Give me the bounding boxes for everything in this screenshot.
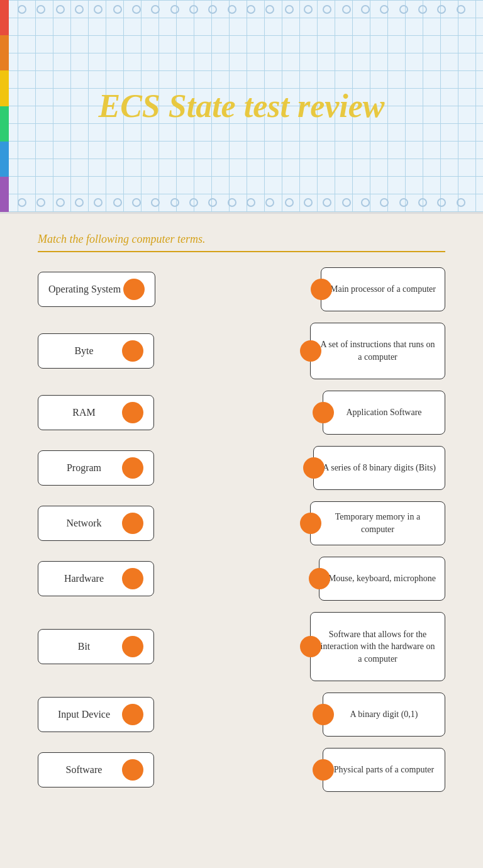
- def-label: Temporary memory in a computer: [319, 511, 436, 535]
- def-box-hardware[interactable]: Physical parts of a computer: [323, 748, 445, 792]
- term-operating-system[interactable]: Operating System: [38, 272, 155, 307]
- match-row: Network Temporary memory in a computer: [38, 501, 445, 545]
- header-circles-bottom: [13, 198, 470, 207]
- instruction-text: Match the following computer terms.: [38, 233, 445, 246]
- def-byte[interactable]: A series of 8 binary digits (Bits): [313, 446, 445, 490]
- orange-dot-right[interactable]: [122, 340, 143, 362]
- match-row: Input Device A binary digit (0,1): [38, 693, 445, 737]
- term-box-bit[interactable]: Bit: [38, 629, 154, 664]
- def-box-ram[interactable]: Temporary memory in a computer: [310, 501, 445, 545]
- term-software[interactable]: Software: [38, 752, 154, 787]
- orange-dot-right[interactable]: [122, 704, 143, 725]
- def-label: A series of 8 binary digits (Bits): [323, 462, 436, 474]
- term-bit[interactable]: Bit: [38, 629, 154, 664]
- orange-dot-right[interactable]: [122, 636, 143, 657]
- def-label: Physical parts of a computer: [332, 764, 436, 776]
- def-box-byte[interactable]: A series of 8 binary digits (Bits): [313, 446, 445, 490]
- term-label: Bit: [48, 641, 119, 652]
- orange-dot-left[interactable]: [313, 704, 334, 725]
- term-program[interactable]: Program: [38, 450, 154, 486]
- def-ram[interactable]: Temporary memory in a computer: [310, 501, 445, 545]
- match-row: Software Physical parts of a computer: [38, 748, 445, 792]
- term-box-software[interactable]: Software: [38, 752, 154, 787]
- term-ram[interactable]: RAM: [38, 395, 154, 430]
- strip-orange: [0, 35, 9, 70]
- def-label: Application Software: [332, 406, 436, 419]
- orange-dot-left[interactable]: [303, 457, 325, 479]
- def-cpu[interactable]: Main processor of a computer: [321, 267, 445, 311]
- term-box-ram[interactable]: RAM: [38, 395, 154, 430]
- strip-purple: [0, 177, 9, 212]
- def-input[interactable]: Mouse, keyboard, microphone: [319, 557, 445, 601]
- strip-green: [0, 106, 9, 142]
- term-box-hardware[interactable]: Hardware: [38, 561, 154, 596]
- term-label: Program: [48, 462, 119, 474]
- def-box-app-software[interactable]: Application Software: [323, 391, 445, 435]
- match-row: Operating System Main processor of a com…: [38, 267, 445, 311]
- def-app-software[interactable]: Application Software: [323, 391, 445, 435]
- def-label: Main processor of a computer: [330, 283, 436, 296]
- term-label: Software: [48, 764, 119, 776]
- orange-dot-right[interactable]: [122, 402, 143, 423]
- header: ECS State test review: [0, 0, 483, 214]
- color-strips: [0, 0, 9, 212]
- term-box-byte[interactable]: Byte: [38, 333, 154, 369]
- divider: [38, 251, 445, 252]
- orange-dot-right[interactable]: [123, 279, 145, 300]
- orange-dot-left[interactable]: [313, 759, 334, 781]
- match-row: RAM Application Software: [38, 391, 445, 435]
- orange-dot-right[interactable]: [122, 457, 143, 479]
- strip-blue: [0, 142, 9, 177]
- match-row: Bit Software that allows for the interac…: [38, 612, 445, 681]
- main-content: Match the following computer terms. Oper…: [0, 214, 483, 868]
- orange-dot-left[interactable]: [300, 636, 321, 657]
- orange-dot-right[interactable]: [122, 513, 143, 534]
- def-program[interactable]: A set of instructions that runs on a com…: [310, 323, 445, 379]
- term-byte[interactable]: Byte: [38, 333, 154, 369]
- def-box-os[interactable]: Software that allows for the interaction…: [310, 612, 445, 681]
- term-label: Operating System: [48, 284, 121, 295]
- term-input-device[interactable]: Input Device: [38, 697, 154, 732]
- strip-red: [0, 0, 9, 35]
- term-hardware[interactable]: Hardware: [38, 561, 154, 596]
- orange-dot-right[interactable]: [122, 568, 143, 589]
- orange-dot-left[interactable]: [313, 402, 334, 423]
- orange-dot-left[interactable]: [311, 279, 332, 300]
- def-label: A set of instructions that runs on a com…: [319, 338, 436, 363]
- def-hardware[interactable]: Physical parts of a computer: [323, 748, 445, 792]
- def-box-program[interactable]: A set of instructions that runs on a com…: [310, 323, 445, 379]
- orange-dot-left[interactable]: [309, 568, 330, 589]
- term-label: RAM: [48, 407, 119, 418]
- def-bit[interactable]: A binary digit (0,1): [323, 693, 445, 737]
- orange-dot-left[interactable]: [300, 340, 321, 362]
- def-box-bit[interactable]: A binary digit (0,1): [323, 693, 445, 737]
- header-circles-top: [13, 5, 470, 14]
- page-title: ECS State test review: [99, 87, 385, 125]
- match-row: Byte A set of instructions that runs on …: [38, 323, 445, 379]
- term-label: Input Device: [48, 709, 119, 720]
- match-row: Program A series of 8 binary digits (Bit…: [38, 446, 445, 490]
- def-label: Mouse, keyboard, microphone: [328, 572, 436, 585]
- def-label: Software that allows for the interaction…: [319, 628, 436, 665]
- term-network[interactable]: Network: [38, 506, 154, 541]
- orange-dot-left[interactable]: [300, 513, 321, 534]
- term-label: Network: [48, 518, 119, 529]
- term-label: Byte: [48, 345, 119, 357]
- strip-yellow: [0, 70, 9, 106]
- def-os[interactable]: Software that allows for the interaction…: [310, 612, 445, 681]
- def-label: A binary digit (0,1): [332, 708, 436, 721]
- def-box-input[interactable]: Mouse, keyboard, microphone: [319, 557, 445, 601]
- orange-dot-right[interactable]: [122, 759, 143, 781]
- def-box-cpu[interactable]: Main processor of a computer: [321, 267, 445, 311]
- term-box-network[interactable]: Network: [38, 506, 154, 541]
- term-box-operating-system[interactable]: Operating System: [38, 272, 155, 307]
- match-row: Hardware Mouse, keyboard, microphone: [38, 557, 445, 601]
- term-box-program[interactable]: Program: [38, 450, 154, 486]
- term-label: Hardware: [48, 573, 119, 584]
- match-container: Operating System Main processor of a com…: [38, 267, 445, 792]
- term-box-input-device[interactable]: Input Device: [38, 697, 154, 732]
